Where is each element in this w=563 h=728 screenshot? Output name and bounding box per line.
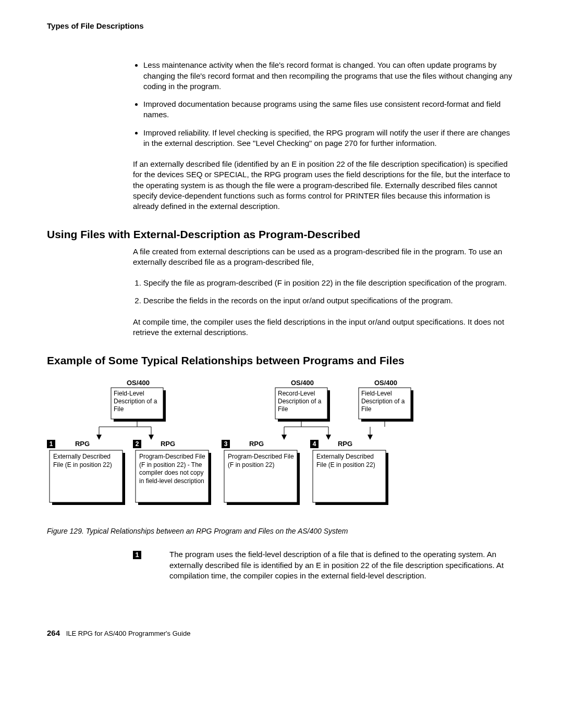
top-box-2: Record-Level Description of a File [278, 390, 325, 413]
section1-body: A file created from external description… [133, 246, 516, 338]
top-box-1: Field-Level Description of a File [114, 390, 161, 413]
list-item: Improved reliability. If level checking … [143, 128, 516, 149]
benefits-list: Less maintenance activity when the file'… [133, 60, 516, 149]
rpg-label-2: 2 RPG [133, 440, 175, 448]
list-item: Improved documentation because programs … [143, 99, 516, 120]
bottom-box-1: Externally Described File (E in position… [53, 453, 120, 469]
body-paragraph: If an externally described file (identif… [133, 159, 516, 212]
page-number: 264 [47, 628, 60, 637]
figure-129: OS/400 OS/400 OS/400 Field-Level Descrip… [47, 377, 516, 536]
body-paragraph: At compile time, the compiler uses the f… [133, 317, 516, 338]
callout-badge: 1 [133, 551, 141, 559]
os-label: OS/400 [127, 379, 150, 387]
bottom-box-3: Program-Described File (F in position 22… [228, 453, 295, 469]
ordered-steps: Specify the file as program-described (F… [133, 278, 516, 306]
callout-text: The program uses the field-level descrip… [169, 549, 516, 581]
page-footer: 264 ILE RPG for AS/400 Programmer's Guid… [47, 628, 516, 638]
top-box-3: Field-Level Description of a File [361, 390, 408, 413]
bottom-box-2: Program-Described File (F in position 22… [139, 453, 206, 485]
bottom-box-4: Externally Described File (E in position… [316, 453, 383, 469]
list-item: Specify the file as program-described (F… [143, 278, 516, 288]
list-item: Less maintenance activity when the file'… [143, 60, 516, 92]
svg-text:RPG: RPG [161, 440, 175, 448]
intro-list-block: Less maintenance activity when the file'… [133, 60, 516, 212]
svg-text:1: 1 [50, 440, 53, 448]
section-heading-1: Using Files with External-Description as… [47, 227, 516, 242]
os-label: OS/400 [374, 379, 397, 387]
section-heading-2: Example of Some Typical Relationships be… [47, 353, 516, 368]
svg-text:RPG: RPG [75, 440, 90, 448]
running-head: Types of File Descriptions [47, 21, 516, 31]
rpg-label-3: 3 RPG [222, 440, 264, 448]
relationship-diagram: OS/400 OS/400 OS/400 Field-Level Descrip… [47, 377, 516, 518]
rpg-label-1: 1 RPG [47, 440, 90, 448]
body-paragraph: A file created from external description… [133, 246, 516, 268]
svg-text:2: 2 [136, 440, 139, 448]
svg-text:RPG: RPG [338, 440, 352, 448]
book-title: ILE RPG for AS/400 Programmer's Guide [66, 630, 191, 637]
callout-1: 1 The program uses the field-level descr… [133, 549, 516, 581]
figure-caption: Figure 129. Typical Relationships betwee… [47, 526, 516, 536]
svg-text:RPG: RPG [249, 440, 264, 448]
os-label: OS/400 [291, 379, 314, 387]
svg-text:4: 4 [313, 440, 316, 448]
svg-text:3: 3 [224, 440, 228, 448]
rpg-label-4: 4 RPG [310, 440, 352, 448]
list-item: Describe the fields in the records on th… [143, 295, 516, 306]
